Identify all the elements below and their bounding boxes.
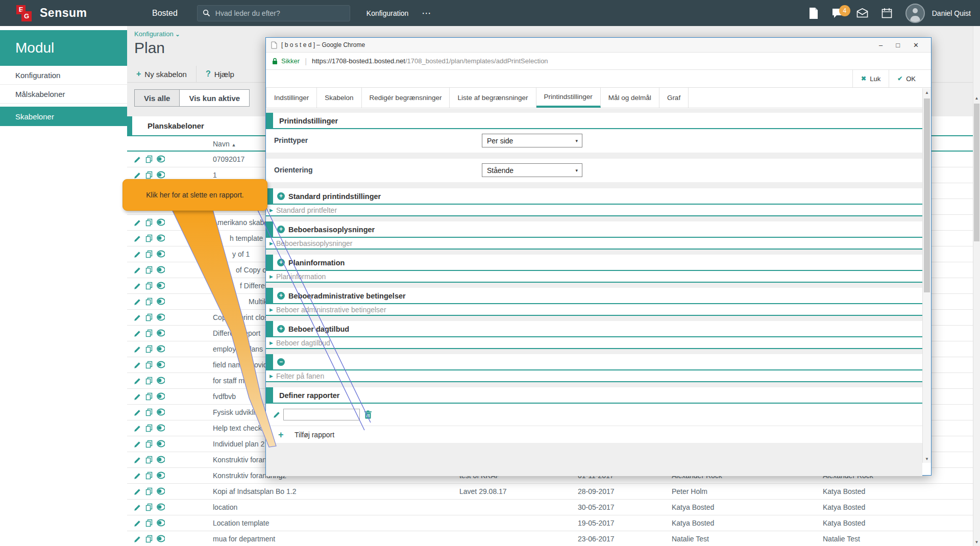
copy-icon[interactable] (145, 266, 154, 276)
scroll-up-icon[interactable]: ▲ (973, 94, 980, 102)
tab-mål-og-delmål[interactable]: Mål og delmål (601, 88, 659, 108)
user-avatar-icon[interactable] (905, 4, 925, 23)
copy-icon[interactable] (145, 282, 154, 292)
maximize-icon[interactable]: □ (896, 42, 900, 48)
tab-redigér-begrænsninger[interactable]: Redigér begrænsninger (362, 88, 450, 108)
toggle-active-icon[interactable] (157, 234, 165, 244)
show-all-button[interactable]: Vis alle (134, 89, 180, 107)
browser-urlbar[interactable]: Sikker | https://1708-bosted1.bosted.net… (266, 53, 931, 70)
toggle-active-icon[interactable] (157, 361, 165, 371)
expand-plus-icon[interactable]: + (277, 226, 285, 233)
scroll-down-icon[interactable]: ▼ (923, 455, 931, 463)
copy-icon[interactable] (145, 345, 154, 355)
new-template-button[interactable]: + Ny skabelon (127, 66, 196, 82)
tab-liste-af-begrænsninger[interactable]: Liste af begrænsninger (450, 88, 536, 108)
edit-icon[interactable] (134, 519, 142, 529)
copy-icon[interactable] (145, 297, 154, 308)
copy-icon[interactable] (145, 250, 154, 260)
sidebar-item-m-lskabeloner[interactable]: Målskabeloner (0, 85, 127, 104)
edit-icon[interactable] (134, 250, 142, 260)
calendar-icon[interactable] (881, 8, 892, 18)
show-active-only-button[interactable]: Vis kun aktive (179, 89, 250, 107)
page-scrollbar-thumb[interactable] (974, 104, 979, 241)
edit-pencil-icon[interactable] (273, 410, 281, 420)
copy-icon[interactable] (145, 424, 154, 434)
notification-badge[interactable]: 4 (839, 5, 850, 16)
copy-icon[interactable] (145, 377, 154, 387)
copy-icon[interactable] (145, 313, 154, 324)
copy-icon[interactable] (145, 503, 154, 513)
copy-icon[interactable] (145, 218, 154, 229)
copy-icon[interactable] (145, 408, 154, 418)
edit-icon[interactable] (134, 361, 142, 371)
chat-icon[interactable]: 4 (832, 8, 843, 18)
edit-icon[interactable] (134, 392, 142, 403)
edit-icon[interactable] (134, 234, 142, 244)
collapse-minus-icon[interactable]: − (277, 358, 285, 366)
printtyper-select[interactable]: Per side▾ (482, 134, 582, 147)
search-input[interactable] (215, 9, 333, 17)
edit-icon[interactable] (134, 313, 142, 324)
copy-icon[interactable] (145, 361, 154, 371)
popup-scrollbar[interactable]: ▲ ▼ (922, 88, 931, 463)
toggle-active-icon[interactable] (157, 377, 165, 387)
breadcrumb[interactable]: Konfiguration ⌄ (134, 30, 180, 38)
toggle-active-icon[interactable] (157, 297, 165, 308)
expand-plus-icon[interactable]: + (277, 292, 285, 300)
toggle-active-icon[interactable] (157, 155, 165, 165)
toggle-active-icon[interactable] (157, 503, 165, 513)
toggle-active-icon[interactable] (157, 535, 165, 545)
toggle-active-icon[interactable] (157, 408, 165, 418)
topbar-more-menu[interactable]: ⋯ (422, 8, 432, 19)
column-header-navn[interactable]: Navn ▲ (213, 140, 236, 148)
edit-icon[interactable] (134, 329, 142, 339)
toggle-active-icon[interactable] (157, 487, 165, 498)
sidebar-item-konfiguration[interactable]: Konfiguration (0, 66, 127, 85)
expand-plus-icon[interactable]: + (277, 325, 285, 333)
scroll-up-icon[interactable]: ▲ (923, 88, 931, 96)
ok-button[interactable]: ✔ OK (889, 70, 924, 87)
mail-icon[interactable] (856, 8, 868, 18)
expand-plus-icon[interactable]: + (277, 192, 285, 200)
close-icon[interactable]: ✕ (913, 42, 919, 48)
tab-printindstillinger[interactable]: Printindstillinger (536, 88, 601, 108)
global-search[interactable] (197, 5, 350, 21)
edit-icon[interactable] (134, 424, 142, 434)
minimize-icon[interactable]: – (879, 42, 883, 48)
tab-indstillinger[interactable]: Indstillinger (266, 88, 317, 108)
toggle-active-icon[interactable] (157, 456, 165, 466)
edit-icon[interactable] (134, 155, 142, 165)
toggle-active-icon[interactable] (157, 519, 165, 529)
toggle-active-icon[interactable] (157, 471, 165, 482)
toggle-active-icon[interactable] (157, 345, 165, 355)
edit-icon[interactable] (134, 345, 142, 355)
edit-icon[interactable] (134, 487, 142, 498)
toggle-active-icon[interactable] (157, 329, 165, 339)
tab-graf[interactable]: Graf (659, 88, 689, 108)
toggle-active-icon[interactable] (157, 218, 165, 229)
copy-icon[interactable] (145, 487, 154, 498)
section-subrow[interactable]: ▶Felter på fanen (266, 370, 922, 382)
window-titlebar[interactable]: [ b o s t e d ] – Google Chrome – □ ✕ (266, 38, 931, 53)
edit-icon[interactable] (134, 297, 142, 308)
scroll-down-icon[interactable]: ▼ (973, 538, 980, 546)
page-scrollbar[interactable]: ▲ ▼ (973, 26, 980, 546)
copy-icon[interactable] (145, 456, 154, 466)
delete-report-trash-icon[interactable] (364, 410, 372, 421)
copy-icon[interactable] (145, 329, 154, 339)
section-subrow[interactable]: ▶Beboer admininstrative betingelser (266, 304, 922, 316)
document-icon[interactable] (808, 7, 819, 19)
popup-scrollbar-thumb[interactable] (924, 98, 930, 292)
section-subrow[interactable]: ▶Beboerbasisoplysninger (266, 238, 922, 250)
edit-icon[interactable] (134, 218, 142, 229)
copy-icon[interactable] (145, 471, 154, 482)
toggle-active-icon[interactable] (157, 392, 165, 403)
toggle-active-icon[interactable] (157, 282, 165, 292)
copy-icon[interactable] (145, 440, 154, 450)
help-button[interactable]: ? Hjælp (196, 66, 243, 82)
section-subrow[interactable]: ▶Beboer dagtilbud (266, 337, 922, 349)
copy-icon[interactable] (145, 392, 154, 403)
tab-skabelon[interactable]: Skabelon (317, 88, 361, 108)
app-name-bosted[interactable]: Bosted (152, 9, 178, 18)
edit-icon[interactable] (134, 456, 142, 466)
